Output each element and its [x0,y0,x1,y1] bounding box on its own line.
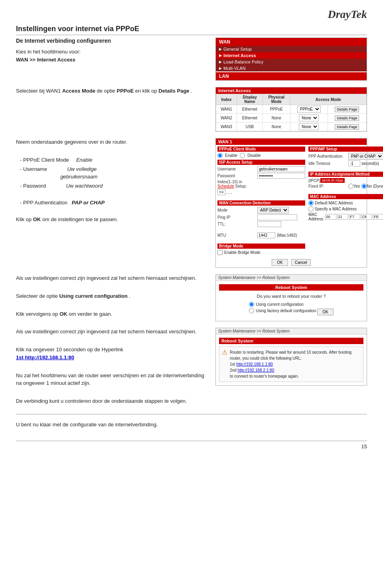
reboot1-breadcrumb: System Maintenance >> Reboot System [216,275,367,281]
reboot2-breadcrumb: System Maintenance >> Reboot System [216,328,367,335]
fixed-ip-row: Fixed IP: Yes No (Dynamic IP) [308,184,383,189]
ping-label: Ping IP [217,215,257,220]
wan3-access-select[interactable]: None [299,123,319,130]
fixed-ip-yes-radio[interactable] [348,184,353,189]
section5-text: Als uw instellingen correct zijn ingevoe… [16,328,209,405]
section5-text2-span: Klik na ongeveer 10 seconden op de Hyper… [16,346,123,352]
username-row: Username [217,166,305,172]
ttl-row: TTL: [217,221,305,227]
ia-wan3-mode: None [290,123,328,131]
idle-unit: second(s) [361,161,379,166]
reboot-factory-radio[interactable] [249,308,254,313]
mac-input-4[interactable] [361,214,372,220]
section4-container: Als uw instellingen correct zijn ingevoe… [16,274,367,321]
reboot1-question: Do you want to reboot your router ? [219,294,363,299]
password-input[interactable] [257,173,305,179]
reboot1-options: Using current configuration Using factor… [249,302,316,315]
section5-text4: De verbinding kunt u controleren door de… [16,397,209,405]
warning-icon: ⚠ [222,349,227,379]
fixed-ip-no-radio[interactable] [361,184,367,189]
section1-left: De Internet verbinding configureren Kies… [16,38,209,66]
mac-specify-label: Specify a MAC Address [315,207,357,211]
section2-left: Selecteer bij WAN1 Access Mode de optie … [16,87,209,97]
arrow-icon-3: ▶ [219,60,222,64]
ip-method-title: IP Address Assignment Method [308,172,383,177]
ia-wan2-btn: Details Page [328,114,366,123]
arrow-icon-2: ▶ [219,53,222,57]
wan1-ok-button[interactable]: OK [272,259,288,266]
section1-text: Kies in het hoofdmenu voor: WAN >> Inter… [16,48,209,63]
wan-menu-label-2: Load-Balance Policy [223,59,263,64]
ppp-auth-label: PPP Authentication [308,154,348,158]
reboot2-link2-label: 2nd [230,368,237,372]
reboot1-inner: Reboot System Do you want to reboot your… [216,281,367,321]
reboot2-box: System Maintenance >> Reboot System Rebo… [215,328,367,386]
section5-link[interactable]: 1st http://192.168.1.1:80 [16,354,74,360]
pppoe-enable-label: Enable [225,153,237,158]
section4-text2: Selecteer de optie Using current configu… [16,292,209,300]
wan1-access-select[interactable]: PPPoE [297,106,321,113]
username-input[interactable] [257,166,305,172]
wan2-access-select[interactable]: None [299,115,319,121]
wan1-details-button[interactable]: Details Page [335,107,359,112]
mac-default-radio[interactable] [308,200,314,206]
ia-header-row: Index DisplayName PhysicalMode Access Mo… [216,94,367,105]
section4-text1: Als uw instellingen correct zijn ingevoe… [16,274,209,282]
wan2-details-button[interactable]: Details Page [335,115,359,121]
mode-row: Mode ARP Detect [217,207,305,214]
password-label: Password [217,174,257,178]
list-item-4-value: PAP or CHAP [72,200,105,206]
schedule-link[interactable]: Schedule [217,184,234,188]
mac-input-3[interactable] [349,214,360,220]
ia-wan3-btn: Details Page [328,123,366,131]
fixed-ip-yes-label: Yes [353,184,360,188]
mac-specify-radio[interactable] [308,206,314,212]
pppoe-disable-radio[interactable] [240,153,245,158]
wan-menu-item-internet[interactable]: ▶ Internet Access [216,52,367,59]
mac-input-1[interactable] [325,214,336,220]
wan1-cancel-button[interactable]: Cancel [291,259,311,266]
bridge-row: Enable Bridge Mode [217,250,305,255]
pppoe-mode-group: Enable Disable [217,153,305,158]
ttl-input[interactable] [257,221,281,227]
section4-text2-label: Selecteer de optie [16,293,58,299]
mac-input-2[interactable] [337,214,348,220]
reboot2-warning: Router is restarting. Please wait for ar… [230,350,351,360]
mode-select[interactable]: ARP Detect [257,207,289,214]
reboot2-link1[interactable]: http://192.168.1.1:80 [236,362,273,366]
arrow-icon: ▶ [219,47,222,51]
section4-text: Als uw instellingen correct zijn ingevoe… [16,274,209,318]
pppoe-disable-label: Disable [247,153,261,158]
section3-right: WAN 1 PPPoE Client Mode Enable Disable I… [215,138,367,268]
wan3-details-button[interactable]: Details Page [335,124,359,130]
reboot1-title: Reboot System [219,284,363,291]
bridge-checkbox[interactable] [217,250,223,255]
ia-thead: Index DisplayName PhysicalMode Access Mo… [216,94,367,105]
section1-container: De Internet verbinding configureren Kies… [16,38,367,81]
idle-input[interactable] [348,160,360,166]
mtu-row: MTU (Max:1492) [217,232,305,238]
mtu-input[interactable] [257,232,275,238]
section1-intro-text: Kies in het hoofdmenu voor: [16,49,81,55]
ppp-auth-select[interactable]: PAP or CHAP [348,153,383,160]
bridge-section-title: Bridge Mode [217,244,305,249]
wan-ip-alias-button[interactable]: WAN IP Alias [320,178,345,183]
reboot1-ok-button[interactable]: OK [317,309,333,315]
index-label: Index(1-15) in Schedule Setup: [217,180,257,188]
wan1-right-panel: PPP/MP Setup PPP Authentication PAP or C… [308,147,383,256]
ping-input[interactable] [257,214,297,220]
logo-dray: Dray [328,8,351,20]
table-row: WAN1 Ethernet PPPoE PPPoE Details Page [216,105,367,114]
schedule-separator: , , , [226,190,232,194]
reboot-current-radio[interactable] [249,302,254,307]
draytek-logo: DrayTek [328,8,367,21]
mac-input-5[interactable] [373,214,383,220]
ia-tbody: WAN1 Ethernet PPPoE PPPoE Details Page [216,105,367,131]
schedule-input[interactable] [217,189,225,195]
ia-box-title: Internet Access [216,87,367,94]
connection-section-title: WAN Connection Detection [217,200,305,206]
pppoe-enable-radio[interactable] [217,153,223,158]
mac-inputs [325,214,383,220]
section5-left: Als uw instellingen correct zijn ingevoe… [16,328,209,408]
reboot2-link2[interactable]: http://192.168.2.1:80 [237,368,274,372]
